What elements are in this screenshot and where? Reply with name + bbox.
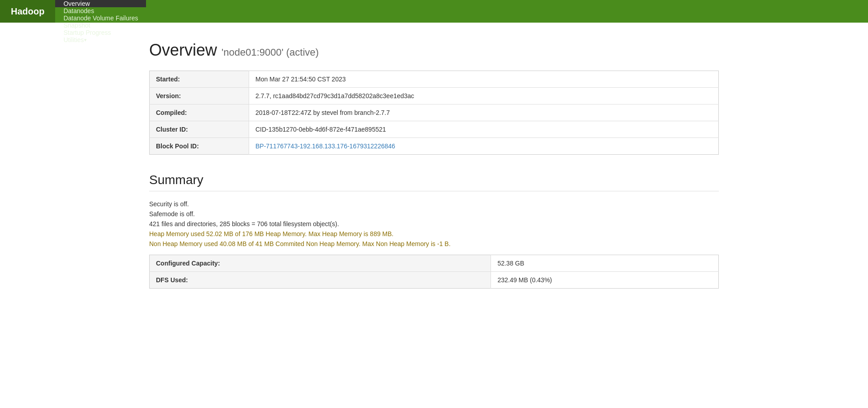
- summary-label: Configured Capacity:: [150, 255, 491, 272]
- overview-subtitle: 'node01:9000' (active): [222, 47, 319, 58]
- summary-line: Safemode is off.: [149, 210, 719, 218]
- table-row: Compiled:2018-07-18T22:47Z by stevel fro…: [150, 104, 719, 121]
- info-label: Compiled:: [150, 104, 249, 121]
- overview-subtitle-text: 'node01:9000' (active): [222, 47, 319, 58]
- table-row: Configured Capacity:52.38 GB: [150, 255, 719, 272]
- nav-item-utilities[interactable]: Utilities: [55, 36, 146, 43]
- nav-items: OverviewDatanodesDatanode Volume Failure…: [55, 0, 146, 23]
- nav-item-snapshot[interactable]: Snapshot: [55, 22, 146, 29]
- info-value[interactable]: BP-711767743-192.168.133.176-16793122268…: [249, 138, 719, 155]
- info-value: CID-135b1270-0ebb-4d6f-872e-f471ae895521: [249, 121, 719, 138]
- table-row: Block Pool ID:BP-711767743-192.168.133.1…: [150, 138, 719, 155]
- info-value: 2018-07-18T22:47Z by stevel from branch-…: [249, 104, 719, 121]
- info-label: Block Pool ID:: [150, 138, 249, 155]
- info-value: Mon Mar 27 21:54:50 CST 2023: [249, 71, 719, 88]
- summary-table: Configured Capacity:52.38 GBDFS Used:232…: [149, 255, 719, 289]
- info-label: Cluster ID:: [150, 121, 249, 138]
- summary-line: Heap Memory used 52.02 MB of 176 MB Heap…: [149, 230, 719, 237]
- info-value: 2.7.7, rc1aad84bd27cd79c3d1a7dd58202a8c3…: [249, 88, 719, 104]
- nav-item-datanodes[interactable]: Datanodes: [55, 7, 146, 14]
- nav-item-overview[interactable]: Overview: [55, 0, 146, 7]
- table-row: Version:2.7.7, rc1aad84bd27cd79c3d1a7dd5…: [150, 88, 719, 104]
- nav-item-startup-progress[interactable]: Startup Progress: [55, 29, 146, 36]
- main-content: Overview 'node01:9000' (active) Started:…: [122, 23, 746, 307]
- summary-value: 52.38 GB: [491, 255, 719, 272]
- table-row: Started:Mon Mar 27 21:54:50 CST 2023: [150, 71, 719, 88]
- overview-title-text: Overview: [149, 41, 217, 59]
- summary-line: Non Heap Memory used 40.08 MB of 41 MB C…: [149, 240, 719, 247]
- table-row: DFS Used:232.49 MB (0.43%): [150, 272, 719, 289]
- summary-line: 421 files and directories, 285 blocks = …: [149, 220, 719, 228]
- summary-title: Summary: [149, 173, 719, 191]
- nav-brand: Hadoop: [0, 0, 55, 23]
- nav-item-datanode-volume-failures[interactable]: Datanode Volume Failures: [55, 14, 146, 22]
- info-label: Started:: [150, 71, 249, 88]
- info-table: Started:Mon Mar 27 21:54:50 CST 2023Vers…: [149, 71, 719, 155]
- summary-lines: Security is off.Safemode is off.421 file…: [149, 200, 719, 247]
- table-row: Cluster ID:CID-135b1270-0ebb-4d6f-872e-f…: [150, 121, 719, 138]
- summary-value: 232.49 MB (0.43%): [491, 272, 719, 289]
- summary-line: Security is off.: [149, 200, 719, 208]
- page-title: Overview 'node01:9000' (active): [149, 41, 719, 60]
- navbar: Hadoop OverviewDatanodesDatanode Volume …: [0, 0, 868, 23]
- info-label: Version:: [150, 88, 249, 104]
- summary-label: DFS Used:: [150, 272, 491, 289]
